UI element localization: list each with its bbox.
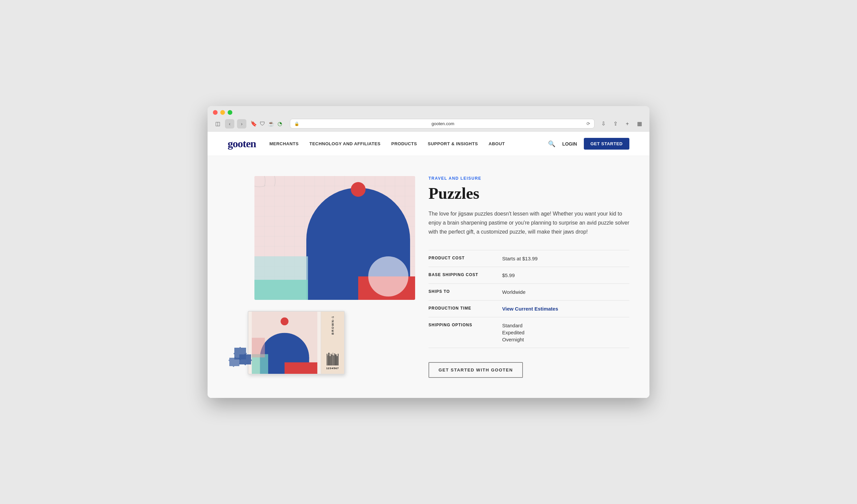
nav-item-technology[interactable]: TECHNOLOGY AND AFFILIATES xyxy=(309,141,381,146)
puzzle-main-image xyxy=(254,176,415,300)
sidebar-toggle-icon[interactable]: ◫ xyxy=(213,119,222,129)
logo[interactable]: gooten xyxy=(228,137,256,150)
new-tab-icon[interactable]: + xyxy=(623,119,632,129)
extension-icons: 🔖 🛡 ☕ ◔ xyxy=(250,120,283,127)
box-label-text: BROWN-1 xyxy=(331,316,334,335)
get-started-button[interactable]: GET STARTED xyxy=(584,138,629,150)
cta-button[interactable]: GET STARTED WITH GOOTEN xyxy=(428,362,523,378)
puzzle-box: BROWN-1 xyxy=(248,311,345,374)
detail-row-ships-to: SHIPS TO Worldwide xyxy=(428,284,629,301)
security-icon: ☕ xyxy=(268,120,274,127)
browser-chrome: ◫ ‹ › 🔖 🛡 ☕ ◔ 🔒 gooten.com ⟳ ⇩ ⇪ + ▦ xyxy=(207,106,650,132)
detail-row-cost: PRODUCT COST Starts at $13.99 xyxy=(428,250,629,267)
svg-point-30 xyxy=(351,182,366,197)
maximize-button[interactable] xyxy=(228,110,232,115)
detail-label-production: PRODUCTION TIME xyxy=(428,306,489,310)
product-images: BROWN-1 xyxy=(228,169,402,377)
detail-row-shipping-options: SHIPPING OPTIONS Standard Expedited Over… xyxy=(428,317,629,348)
svg-point-34 xyxy=(368,256,408,297)
puzzle-pieces-icon xyxy=(228,341,254,368)
navigation: gooten MERCHANTS TECHNOLOGY AND AFFILIAT… xyxy=(207,132,650,156)
shipping-option-expedited: Expedited xyxy=(502,330,525,335)
detail-label-shipping-cost: BASE SHIPPING COST xyxy=(428,272,489,277)
barcode-number: 1234567 xyxy=(326,367,339,370)
main-content: BROWN-1 xyxy=(207,156,650,398)
nav-item-products[interactable]: PRODUCTS xyxy=(391,141,417,146)
product-description: The love for jigsaw puzzles doesn't less… xyxy=(428,209,629,237)
detail-label-shipping-options: SHIPPING OPTIONS xyxy=(428,323,489,327)
back-button[interactable]: ‹ xyxy=(225,119,234,129)
url-text: gooten.com xyxy=(302,121,584,126)
lock-icon: 🔒 xyxy=(294,121,299,126)
svg-rect-41 xyxy=(285,362,317,373)
detail-value-shipping-cost: $5.99 xyxy=(502,272,515,278)
login-button[interactable]: LOGIN xyxy=(562,141,577,147)
product-details: PRODUCT COST Starts at $13.99 BASE SHIPP… xyxy=(428,250,629,348)
forward-button[interactable]: › xyxy=(237,119,246,129)
nav-item-support[interactable]: SUPPORT & INSIGHTS xyxy=(428,141,478,146)
nav-actions: 🔍 LOGIN GET STARTED xyxy=(548,138,629,150)
share-icon[interactable]: ⇪ xyxy=(611,119,620,129)
browser-toolbar: ◫ ‹ › 🔖 🛡 ☕ ◔ 🔒 gooten.com ⟳ ⇩ ⇪ + ▦ xyxy=(213,119,644,132)
browser-controls: ◫ ‹ › xyxy=(213,119,246,129)
barcode: 1234567 xyxy=(326,352,339,370)
detail-row-production: PRODUCTION TIME View Current Estimates xyxy=(428,301,629,317)
product-info: TRAVEL AND LEISURE Puzzles The love for … xyxy=(428,169,629,377)
extension-icon: ◔ xyxy=(276,120,283,127)
svg-rect-33 xyxy=(254,280,308,300)
address-bar[interactable]: 🔒 gooten.com ⟳ xyxy=(290,119,594,129)
traffic-lights xyxy=(213,110,644,115)
shipping-option-standard: Standard xyxy=(502,323,525,328)
nav-links: MERCHANTS TECHNOLOGY AND AFFILIATES PROD… xyxy=(269,141,548,146)
search-icon[interactable]: 🔍 xyxy=(548,140,555,148)
download-icon[interactable]: ⇩ xyxy=(599,119,608,129)
detail-label-cost: PRODUCT COST xyxy=(428,256,489,261)
shield-icon: 🛡 xyxy=(259,120,266,127)
shipping-options-list: Standard Expedited Overnight xyxy=(502,323,525,342)
shipping-option-overnight: Overnight xyxy=(502,337,525,342)
detail-value-cost: Starts at $13.99 xyxy=(502,256,538,262)
detail-value-shipping-options: Standard Expedited Overnight xyxy=(502,323,525,342)
nav-item-about[interactable]: ABOUT xyxy=(489,141,505,146)
close-button[interactable] xyxy=(213,110,218,115)
product-title: Puzzles xyxy=(428,185,629,202)
browser-window: ◫ ‹ › 🔖 🛡 ☕ ◔ 🔒 gooten.com ⟳ ⇩ ⇪ + ▦ xyxy=(207,106,650,398)
category-label: TRAVEL AND LEISURE xyxy=(428,176,629,181)
website: gooten MERCHANTS TECHNOLOGY AND AFFILIAT… xyxy=(207,132,650,398)
tabs-icon[interactable]: ▦ xyxy=(635,119,644,129)
detail-value-ships-to: Worldwide xyxy=(502,289,525,295)
minimize-button[interactable] xyxy=(220,110,225,115)
detail-label-ships-to: SHIPS TO xyxy=(428,289,489,294)
refresh-icon[interactable]: ⟳ xyxy=(587,121,590,126)
detail-row-shipping-cost: BASE SHIPPING COST $5.99 xyxy=(428,267,629,284)
svg-point-39 xyxy=(281,317,288,325)
browser-actions: ⇩ ⇪ + ▦ xyxy=(599,119,644,129)
nav-item-merchants[interactable]: MERCHANTS xyxy=(269,141,299,146)
production-time-link[interactable]: View Current Estimates xyxy=(502,306,558,312)
bookmark-icon: 🔖 xyxy=(250,120,257,127)
